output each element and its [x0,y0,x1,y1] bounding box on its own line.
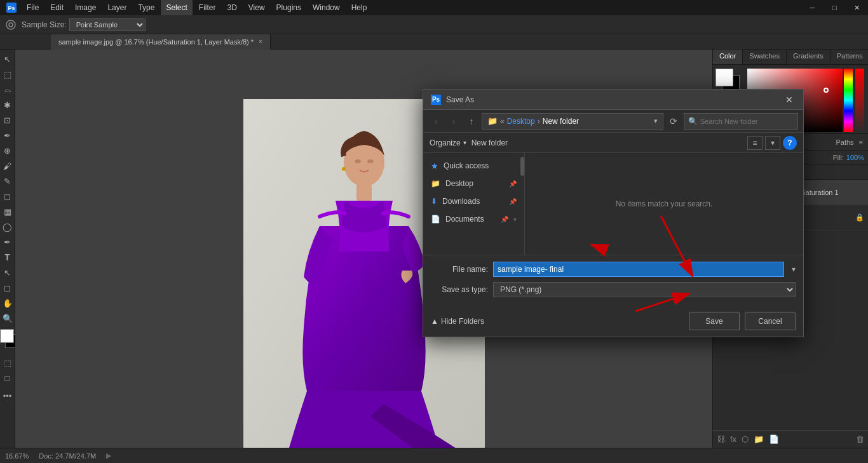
tab-patterns[interactable]: Patterns [831,50,868,64]
new-folder-button[interactable]: New folder [471,138,508,147]
filename-input[interactable] [493,262,784,277]
sidebar-downloads[interactable]: ⬇ Downloads 📌 [423,192,524,210]
menu-help[interactable]: Help [346,0,372,15]
dialog-toolbar: Organize ▾ New folder ≡ ▾ ? [423,133,803,153]
sidebar-scrollbar[interactable] [520,157,524,176]
downloads-pin-icon: 📌 [509,198,517,205]
filename-label: File name: [431,265,488,274]
nav-refresh-button[interactable]: ⟳ [666,114,681,129]
tab-color[interactable]: Color [713,50,743,64]
view-buttons: ≡ ▾ ? [747,136,797,150]
sample-size-select[interactable]: Point Sample 3 by 3 Average 5 by 5 Avera… [69,18,146,31]
panel-expand-icon[interactable]: ≡ [859,138,863,146]
minimize-button[interactable]: ─ [801,0,824,15]
new-layer-icon[interactable]: 📄 [769,434,779,444]
dialog-close-button[interactable]: ✕ [783,93,796,106]
sidebar-documents[interactable]: 📄 Documents 📌 ▾ [423,210,524,228]
delete-layer-icon[interactable]: 🗑 [856,434,864,444]
tab-close-button[interactable]: × [259,38,262,45]
menu-edit[interactable]: Edit [45,0,69,15]
scroll-right-icon[interactable]: ▶ [106,452,111,460]
breadcrumb-desktop[interactable]: Desktop [507,117,535,126]
hue-slider[interactable] [844,69,853,132]
menu-view[interactable]: View [243,0,270,15]
search-input[interactable] [700,117,794,125]
filetype-select[interactable]: PNG (*.png) JPEG (*.jpg) PSD (*.psd) [493,282,796,297]
eraser-tool[interactable]: ◻ [1,189,15,203]
pen-tool[interactable]: ✒ [1,235,15,249]
paths-label: Paths [836,138,853,146]
brush-tool[interactable]: 🖌 [1,159,15,173]
breadcrumb-separator-2: › [538,117,540,126]
menu-3d[interactable]: 3D [222,0,241,15]
cancel-button[interactable]: Cancel [745,312,796,330]
view-details-button[interactable]: ≡ [747,136,763,150]
breadcrumb-dropdown-icon[interactable]: ▾ [654,117,658,125]
crop-tool[interactable]: ⊡ [1,113,15,127]
organize-dropdown-icon: ▾ [463,139,466,146]
more-tools[interactable]: ••• [1,389,15,403]
eyedropper-tool[interactable]: ✒ [1,128,15,142]
sidebar-desktop[interactable]: 📁 Desktop 📌 [423,175,524,192]
menu-select[interactable]: Select [161,0,192,15]
documents-expand-icon[interactable]: ▾ [513,216,517,223]
breadcrumb-bar[interactable]: 📁 « Desktop › New folder ▾ [482,113,663,130]
sidebar-quick-access[interactable]: ★ Quick access [423,157,524,175]
menu-window[interactable]: Window [308,0,345,15]
maximize-button[interactable]: □ [824,0,846,15]
link-layers-icon[interactable]: ⛓ [717,434,725,444]
hide-folders-arrow: ▲ [431,317,438,326]
tab-gradients[interactable]: Gradients [787,50,831,64]
svg-point-13 [342,167,346,171]
close-button[interactable]: ✕ [846,0,868,15]
add-mask-icon[interactable]: ⬡ [742,434,749,444]
dialog-title: Ps Save As [431,95,474,105]
documents-pin-icon: 📌 [501,216,508,223]
marquee-tool[interactable]: ⬚ [1,67,15,81]
svg-point-11 [355,159,361,163]
lasso-tool[interactable]: ⌓ [1,83,15,97]
foreground-color[interactable] [715,69,733,86]
documents-folder-icon: 📄 [431,215,440,224]
menu-layer[interactable]: Layer [102,0,132,15]
foreground-color-swatch[interactable] [0,329,14,343]
gradient-tool[interactable]: ▦ [1,205,15,218]
nav-back-button[interactable]: ‹ [428,114,444,129]
zoom-tool[interactable]: 🔍 [1,311,15,325]
document-tab[interactable]: sample image.jpg @ 16.7% (Hue/Saturation… [51,34,271,50]
menu-type[interactable]: Type [133,0,159,15]
nav-up-button[interactable]: ↑ [464,114,479,129]
tab-swatches[interactable]: Swatches [743,50,787,64]
fill-label: Fill: [833,154,844,161]
shape-tool[interactable]: ◻ [1,281,15,295]
alpha-slider[interactable] [855,69,864,132]
path-selection-tool[interactable]: ↖ [1,265,15,279]
hide-folders-button[interactable]: ▲ Hide Folders [431,317,484,326]
magic-wand-tool[interactable]: ✱ [1,98,15,112]
quick-mask-tool[interactable]: ⬚ [1,356,15,370]
menu-file[interactable]: File [22,0,44,15]
ps-icon: Ps [431,95,441,105]
organize-button[interactable]: Organize ▾ [430,138,466,147]
menu-plugins[interactable]: Plugins [271,0,306,15]
tab-bar: sample image.jpg @ 16.7% (Hue/Saturation… [0,34,868,50]
hide-folders-label: Hide Folders [441,317,484,326]
fill-value[interactable]: 100% [846,154,864,161]
save-button[interactable]: Save [689,312,740,330]
menu-filter[interactable]: Filter [194,0,221,15]
new-group-icon[interactable]: 📁 [754,434,764,444]
healing-tool[interactable]: ⊕ [1,144,15,158]
dialog-main-content: No items match your search. [525,153,803,255]
nav-forward-button[interactable]: › [446,114,461,129]
menu-image[interactable]: Image [70,0,101,15]
dodge-tool[interactable]: ◯ [1,220,15,234]
text-tool[interactable]: T [1,250,15,264]
clone-tool[interactable]: ✎ [1,174,15,188]
move-tool[interactable]: ↖ [1,52,15,66]
filename-dropdown-icon[interactable]: ▾ [792,265,796,274]
view-dropdown-button[interactable]: ▾ [765,136,780,150]
help-button[interactable]: ? [783,136,797,150]
screen-mode-tool[interactable]: □ [1,371,15,385]
hand-tool[interactable]: ✋ [1,296,15,310]
add-style-icon[interactable]: fx [730,434,736,444]
